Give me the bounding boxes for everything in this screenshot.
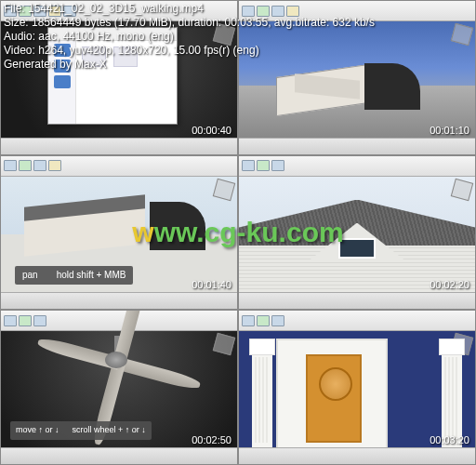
app-ribbon (1, 311, 237, 331)
tooltip-action: move ↑ or ↓ (16, 425, 60, 436)
tooltip-shortcut: hold shift + MMB (57, 270, 126, 281)
viewport-3d[interactable] (239, 177, 475, 293)
window-element (338, 238, 377, 259)
ribbon-tab[interactable] (242, 315, 255, 326)
timestamp: 00:01:40 (192, 279, 231, 290)
navigation-tooltip: move ↑ or ↓ scroll wheel + ↑ or ↓ (10, 421, 152, 440)
ribbon-tab[interactable] (4, 315, 17, 326)
timestamp: 00:01:10 (430, 125, 469, 136)
info-audio: Audio: aac, 44100 Hz, mono (eng) (4, 30, 375, 44)
ribbon-tab[interactable] (4, 160, 17, 171)
timestamp: 00:00:40 (192, 125, 231, 136)
thumbnail-4[interactable]: 00:02:20 (238, 155, 476, 311)
tooltip-shortcut: scroll wheel + ↑ or ↓ (73, 425, 146, 436)
timestamp: 00:02:20 (430, 279, 469, 290)
app-ribbon (239, 156, 475, 177)
viewport-3d[interactable]: move ↑ or ↓ scroll wheel + ↑ or ↓ (1, 331, 237, 447)
statusbar (1, 292, 237, 309)
ribbon-tab[interactable] (271, 160, 284, 171)
timestamp: 00:02:50 (192, 434, 231, 445)
ribbon-tab[interactable] (271, 315, 284, 326)
viewcube-icon[interactable] (451, 178, 473, 200)
pilaster-left (252, 339, 272, 450)
folder-icon[interactable] (54, 75, 71, 88)
app-ribbon (1, 156, 237, 177)
timestamp: 00:03:20 (430, 434, 469, 445)
statusbar (239, 292, 475, 309)
door-medallion (319, 367, 352, 401)
info-video: Video: h264, yuv420p, 1280x720, 15.00 fp… (4, 44, 375, 58)
door-panel (306, 354, 362, 443)
viewcube-icon[interactable] (451, 23, 473, 46)
viewport-3d[interactable] (239, 331, 475, 447)
app-ribbon (239, 311, 475, 331)
statusbar (239, 138, 475, 154)
door-frame[interactable] (276, 339, 388, 450)
ribbon-tab[interactable] (257, 160, 270, 171)
ribbon-tab[interactable] (19, 315, 32, 326)
info-file: File: 154421_02_02_3D15_walking.mp4 (4, 2, 375, 16)
building-model[interactable] (24, 194, 205, 250)
statusbar (1, 447, 237, 464)
navigation-tooltip: pan hold shift + MMB (15, 266, 133, 285)
fan-blade (117, 358, 202, 392)
ribbon-tab[interactable] (33, 315, 46, 326)
ribbon-tab[interactable] (33, 160, 46, 171)
info-size: Size: 18564449 bytes (17.70 MiB), durati… (4, 16, 375, 30)
thumbnail-6[interactable]: 00:03:20 (238, 310, 476, 465)
thumbnail-3[interactable]: pan hold shift + MMB 00:01:40 (0, 155, 238, 311)
statusbar (239, 447, 475, 464)
ribbon-tab[interactable] (48, 160, 61, 171)
info-generated: Generated by Max-X (4, 58, 375, 72)
tooltip-action: pan (22, 270, 38, 281)
ribbon-tab[interactable] (19, 160, 32, 171)
viewport-3d[interactable]: pan hold shift + MMB (1, 177, 237, 293)
statusbar (1, 138, 237, 154)
viewcube-icon[interactable] (213, 333, 235, 355)
ribbon-tab[interactable] (257, 315, 270, 326)
media-info-overlay: File: 154421_02_02_3D15_walking.mp4 Size… (4, 2, 375, 72)
ribbon-tab[interactable] (242, 160, 255, 171)
viewcube-icon[interactable] (213, 178, 235, 200)
thumbnail-5[interactable]: move ↑ or ↓ scroll wheel + ↑ or ↓ 00:02:… (0, 310, 238, 465)
